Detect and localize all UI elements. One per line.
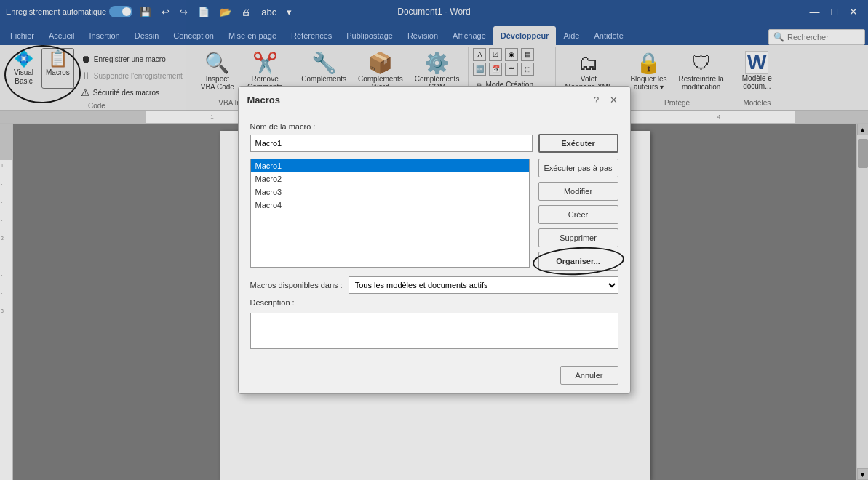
macro-list-area: Macro1 Macro2 Macro3 Macro4 xyxy=(250,159,530,271)
modal-title: Macros xyxy=(247,95,281,105)
modal-help-button[interactable]: ? xyxy=(589,92,604,107)
macros-dispo-row: Macros disponibles dans : Tous les modèl… xyxy=(250,276,618,294)
executer-pas-button[interactable]: Exécuter pas à pas xyxy=(538,159,618,177)
annuler-button[interactable]: Annuler xyxy=(560,366,618,385)
organiser-wrapper: Organiser... xyxy=(538,252,618,271)
description-label: Description : xyxy=(250,298,618,307)
macro-item-2[interactable]: Macro2 xyxy=(251,172,529,185)
supprimer-button[interactable]: Supprimer xyxy=(538,228,618,247)
macro-listbox[interactable]: Macro1 Macro2 Macro3 Macro4 xyxy=(250,159,530,268)
macros-dialog: Macros ? ✕ Nom de la macro : Exécuter M xyxy=(238,86,631,394)
macro-item-1[interactable]: Macro1 xyxy=(251,159,529,172)
macro-name-row: Exécuter xyxy=(250,134,618,153)
creer-button[interactable]: Créer xyxy=(538,205,618,224)
description-input[interactable] xyxy=(250,313,618,349)
macros-dispo-label: Macros disponibles dans : xyxy=(250,281,343,289)
modifier-button[interactable]: Modifier xyxy=(538,182,618,201)
nom-macro-label: Nom de la macro : xyxy=(250,122,618,131)
modal-overlay: Macros ? ✕ Nom de la macro : Exécuter M xyxy=(0,0,868,480)
macro-name-section: Nom de la macro : Exécuter xyxy=(250,122,618,153)
modal-titlebar: Macros ? ✕ xyxy=(239,87,630,113)
macro-item-3[interactable]: Macro3 xyxy=(251,185,529,199)
organiser-button[interactable]: Organiser... xyxy=(538,252,618,271)
modal-layout: Macro1 Macro2 Macro3 Macro4 Exécuter pas… xyxy=(250,159,618,271)
modal-body: Nom de la macro : Exécuter Macro1 Macro2… xyxy=(239,113,630,360)
modal-controls: ? ✕ xyxy=(589,92,621,107)
macro-name-input[interactable] xyxy=(250,135,533,152)
macros-dispo-select[interactable]: Tous les modèles et documents actifs xyxy=(349,276,618,294)
modal-action-buttons: Exécuter pas à pas Modifier Créer Suppri… xyxy=(538,159,618,271)
executer-button[interactable]: Exécuter xyxy=(538,134,618,153)
modal-footer: Annuler xyxy=(239,360,630,393)
macro-item-4[interactable]: Macro4 xyxy=(251,199,529,212)
description-section: Description : xyxy=(250,298,618,351)
modal-close-button[interactable]: ✕ xyxy=(607,92,621,107)
